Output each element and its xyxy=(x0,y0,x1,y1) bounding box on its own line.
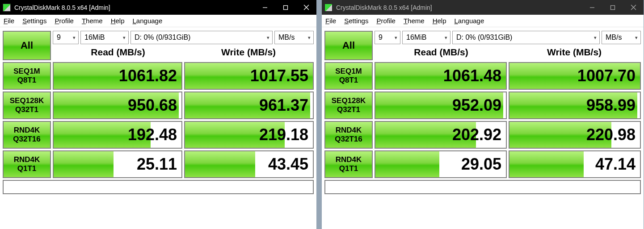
rnd4k-q1t1-button[interactable]: RND4K Q1T1 xyxy=(3,150,51,178)
test-label-1: RND4K xyxy=(14,126,40,135)
test-row: SEQ128K Q32T1 950.68 961.37 xyxy=(3,92,314,119)
read-value-cell: 950.68 xyxy=(53,92,182,119)
menu-file[interactable]: File xyxy=(4,17,14,25)
menu-help[interactable]: Help xyxy=(111,17,125,25)
test-label-1: RND4K xyxy=(336,126,362,135)
seq128k-q32t1-button[interactable]: SEQ128K Q32T1 xyxy=(324,92,373,119)
seq1m-q8t1-button[interactable]: SEQ1M Q8T1 xyxy=(3,62,51,90)
unit-value: MB/s xyxy=(606,33,622,42)
window-controls xyxy=(582,0,644,15)
rnd4k-q32t16-button[interactable]: RND4K Q32T16 xyxy=(3,121,51,149)
menu-help[interactable]: Help xyxy=(433,17,446,25)
write-value-cell: 961.37 xyxy=(184,92,314,119)
menu-language[interactable]: Language xyxy=(455,17,484,25)
chevron-down-icon: ▾ xyxy=(395,35,397,41)
test-label-1: SEQ1M xyxy=(335,67,362,76)
test-row: RND4K Q32T16 202.92 220.98 xyxy=(324,121,641,149)
test-row: RND4K Q1T1 29.05 47.14 xyxy=(324,150,641,178)
write-value-cell: 1007.70 xyxy=(509,62,641,90)
app-icon xyxy=(3,4,11,12)
test-label-1: SEQ1M xyxy=(13,67,40,76)
read-value-cell: 1061.82 xyxy=(53,62,182,90)
read-value: 192.48 xyxy=(128,125,177,144)
test-label-2: Q32T16 xyxy=(335,135,362,144)
loop-count-select[interactable]: 9 ▾ xyxy=(375,31,400,44)
chevron-down-icon: ▾ xyxy=(445,35,447,41)
test-size-select[interactable]: 16MiB ▾ xyxy=(80,31,129,44)
titlebar[interactable]: CrystalDiskMark 8.0.5 x64 [Admin] xyxy=(322,0,644,15)
menu-settings[interactable]: Settings xyxy=(344,17,368,25)
unit-select[interactable]: MB/s ▾ xyxy=(274,31,314,44)
chevron-down-icon: ▾ xyxy=(123,35,126,41)
app-icon xyxy=(324,4,333,12)
menu-profile[interactable]: Profile xyxy=(376,17,396,25)
window-title: CrystalDiskMark 8.0.5 x64 [Admin] xyxy=(336,4,582,11)
test-size-select[interactable]: 16MiB ▾ xyxy=(402,31,450,44)
read-value: 1061.48 xyxy=(443,67,501,85)
svg-rect-5 xyxy=(611,5,615,9)
menubar: File Settings Profile Theme Help Languag… xyxy=(0,15,316,27)
write-value: 220.98 xyxy=(586,125,636,144)
titlebar[interactable]: CrystalDiskMark 8.0.5 x64 [Admin] xyxy=(0,0,316,15)
run-all-button[interactable]: All xyxy=(324,31,373,60)
test-size-value: 16MiB xyxy=(406,33,426,42)
write-value: 219.18 xyxy=(259,125,308,144)
content-area: All 9 ▾ 16MiB ▾ D: 0% (0/931GiB) ▾ xyxy=(0,27,316,229)
close-button[interactable] xyxy=(623,0,644,15)
read-value: 29.05 xyxy=(461,155,501,174)
chevron-down-icon: ▾ xyxy=(267,35,269,41)
write-value-cell: 219.18 xyxy=(184,121,314,149)
write-value: 1007.70 xyxy=(577,67,636,85)
read-value-cell: 952.09 xyxy=(375,92,507,119)
test-label-2: Q1T1 xyxy=(17,164,37,173)
write-value: 958.99 xyxy=(586,96,636,115)
menu-settings[interactable]: Settings xyxy=(22,17,46,25)
unit-select[interactable]: MB/s ▾ xyxy=(602,31,641,44)
loop-count-select[interactable]: 9 ▾ xyxy=(53,31,79,44)
write-value-cell: 43.45 xyxy=(184,150,314,178)
drive-select[interactable]: D: 0% (0/931GiB) ▾ xyxy=(130,31,273,44)
read-value-cell: 1061.48 xyxy=(375,62,507,90)
write-value: 961.37 xyxy=(259,96,308,115)
run-all-button[interactable]: All xyxy=(3,31,51,60)
drive-select[interactable]: D: 0% (0/931GiB) ▾ xyxy=(452,31,600,44)
menu-theme[interactable]: Theme xyxy=(82,17,103,25)
rnd4k-q32t16-button[interactable]: RND4K Q32T16 xyxy=(324,121,373,149)
write-value: 1017.55 xyxy=(250,67,308,85)
test-label-2: Q32T1 xyxy=(337,105,360,114)
test-label-2: Q8T1 xyxy=(17,76,37,85)
menu-file[interactable]: File xyxy=(325,17,336,25)
menu-profile[interactable]: Profile xyxy=(55,17,74,25)
menu-language[interactable]: Language xyxy=(133,17,163,25)
app-window-2: CrystalDiskMark 8.0.5 x64 [Admin] File S… xyxy=(322,0,644,229)
status-bar xyxy=(324,180,641,194)
read-value: 950.68 xyxy=(128,96,177,115)
test-label-2: Q8T1 xyxy=(339,76,358,85)
menubar: File Settings Profile Theme Help Languag… xyxy=(322,15,644,27)
read-value: 25.11 xyxy=(137,155,177,174)
test-row: SEQ128K Q32T1 952.09 958.99 xyxy=(324,92,641,119)
chevron-down-icon: ▾ xyxy=(594,35,597,41)
loop-count-value: 9 xyxy=(57,33,61,42)
close-button[interactable] xyxy=(296,0,316,15)
menu-theme[interactable]: Theme xyxy=(404,17,425,25)
minimize-button[interactable] xyxy=(255,0,275,15)
write-value: 47.14 xyxy=(595,155,636,174)
test-label-2: Q32T16 xyxy=(13,135,40,144)
write-value-cell: 958.99 xyxy=(509,92,641,119)
drive-value: D: 0% (0/931GiB) xyxy=(456,33,512,42)
write-value-cell: 47.14 xyxy=(509,150,641,178)
seq1m-q8t1-button[interactable]: SEQ1M Q8T1 xyxy=(324,62,373,90)
read-header: Read (MB/s) xyxy=(53,47,183,58)
svg-rect-1 xyxy=(284,5,288,9)
maximize-button[interactable] xyxy=(602,0,623,15)
seq128k-q32t1-button[interactable]: SEQ128K Q32T1 xyxy=(3,92,51,119)
maximize-button[interactable] xyxy=(275,0,296,15)
write-fill-bar xyxy=(185,151,255,177)
test-row: SEQ1M Q8T1 1061.48 1007.70 xyxy=(324,62,641,90)
rnd4k-q1t1-button[interactable]: RND4K Q1T1 xyxy=(324,150,373,178)
read-fill-bar xyxy=(375,151,439,177)
minimize-button[interactable] xyxy=(582,0,602,15)
app-window-1: CrystalDiskMark 8.0.5 x64 [Admin] File S… xyxy=(0,0,316,229)
test-row: RND4K Q1T1 25.11 43.45 xyxy=(3,150,314,178)
